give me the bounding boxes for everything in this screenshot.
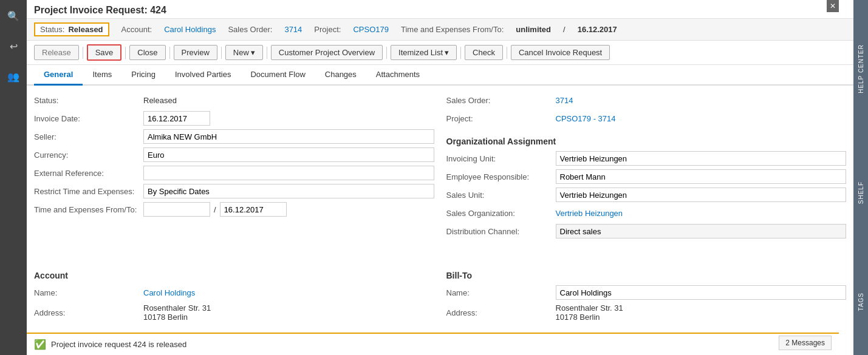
sales-unit-input[interactable] xyxy=(556,188,847,202)
save-button[interactable]: Save xyxy=(87,44,122,61)
account-address-row: Address: Rosenthaler Str. 31 10178 Berli… xyxy=(34,303,434,322)
tab-involved-parties[interactable]: Involved Parties xyxy=(165,65,241,86)
separator-1 xyxy=(83,47,83,59)
tab-general[interactable]: General xyxy=(34,65,83,86)
restrict-time-input[interactable] xyxy=(143,184,434,198)
tab-changes[interactable]: Changes xyxy=(315,65,366,86)
invoice-date-input[interactable] xyxy=(143,111,210,126)
account-title: Account xyxy=(34,271,434,280)
account-address-value: Rosenthaler Str. 31 10178 Berlin xyxy=(143,303,211,322)
separator-7 xyxy=(460,47,461,59)
invoicing-unit-input[interactable] xyxy=(556,151,847,166)
sales-unit-row: Sales Unit: xyxy=(446,188,847,202)
close-button[interactable]: Close xyxy=(129,45,165,60)
separator-5 xyxy=(267,47,267,59)
time-exp-label: Time and Expenses From/To: xyxy=(401,25,504,34)
status-field-value: Released xyxy=(143,96,434,105)
billto-name-label: Name: xyxy=(446,288,556,297)
time-exp-from: unlimited xyxy=(516,25,551,34)
invoice-date-label: Invoice Date: xyxy=(34,114,143,123)
form-area: Status: Released Invoice Date: Seller: C… xyxy=(27,86,853,355)
cancel-invoice-request-button[interactable]: Cancel Invoice Request xyxy=(511,45,610,60)
project-field-label: Project: xyxy=(446,114,556,123)
release-button[interactable]: Release xyxy=(34,45,79,60)
date-sep: / xyxy=(214,205,216,214)
status-bar: Status: Released Account: Carol Holdings… xyxy=(27,19,853,41)
separator-2 xyxy=(125,47,126,59)
status-value: Released xyxy=(68,25,103,34)
sales-order-label: Sales Order: xyxy=(228,25,272,34)
time-to-input[interactable] xyxy=(220,202,287,217)
project-label: Project: xyxy=(314,25,341,34)
project-row: Project: CPSO179 - 3714 xyxy=(446,111,847,126)
seller-row: Seller: xyxy=(34,129,434,144)
customer-project-overview-button[interactable]: Customer Project Overview xyxy=(271,45,383,60)
separator-6 xyxy=(386,47,387,59)
account-name-value[interactable]: Carol Holdings xyxy=(143,288,195,297)
separator-8 xyxy=(507,47,507,59)
time-from-to-row: Time and Expenses From/To: / xyxy=(34,202,434,217)
separator-4 xyxy=(221,47,222,59)
search-icon[interactable]: 🔍 xyxy=(4,6,23,25)
preview-button[interactable]: Preview xyxy=(174,45,217,60)
billto-address-label: Address: xyxy=(446,308,556,317)
sales-org-label: Sales Organization: xyxy=(446,209,556,218)
shelf-label[interactable]: SHELF xyxy=(858,177,864,209)
status-field-label: Status: xyxy=(34,96,143,105)
invoicing-unit-label: Invoicing Unit: xyxy=(446,154,556,163)
left-fields: Status: Released Invoice Date: Seller: C… xyxy=(34,93,434,265)
restrict-time-label: Restrict Time and Expenses: xyxy=(34,187,143,196)
tab-document-flow[interactable]: Document Flow xyxy=(241,65,315,86)
close-x-button[interactable]: ✕ xyxy=(827,0,839,12)
account-link[interactable]: Carol Holdings xyxy=(164,25,216,34)
success-icon: ✅ xyxy=(34,339,46,350)
right-fields: Sales Order: 3714 Project: CPSO179 - 371… xyxy=(446,93,847,265)
page-title: Project Invoice Request: 424 xyxy=(34,5,166,16)
invoicing-unit-row: Invoicing Unit: xyxy=(446,151,847,166)
itemized-list-button[interactable]: Itemized List ▾ xyxy=(391,45,457,60)
sales-order-field-label: Sales Order: xyxy=(446,96,556,105)
invoice-date-row: Invoice Date: xyxy=(34,111,434,126)
check-button[interactable]: Check xyxy=(465,45,503,60)
time-from-to-label: Time and Expenses From/To: xyxy=(34,205,143,214)
toolbar: Release Save Close Preview New ▾ Custome… xyxy=(27,41,853,65)
seller-input[interactable] xyxy=(143,129,434,144)
time-exp-to: 16.12.2017 xyxy=(578,25,617,34)
status-label: Status: xyxy=(40,25,64,34)
billto-address-row: Address: Rosenthaler Str. 31 10178 Berli… xyxy=(446,303,847,322)
messages-badge[interactable]: 2 Messages xyxy=(779,336,832,350)
project-link[interactable]: CPSO179 xyxy=(353,25,389,34)
tab-items[interactable]: Items xyxy=(83,65,121,86)
main-content: ✕ Project Invoice Request: 424 Status: R… xyxy=(27,0,853,355)
date-range: / xyxy=(143,202,434,217)
account-name-row: Name: Carol Holdings xyxy=(34,285,434,300)
new-button[interactable]: New ▾ xyxy=(225,45,263,60)
external-ref-input[interactable] xyxy=(143,166,434,180)
help-center-label[interactable]: HELP CENTER xyxy=(858,39,864,98)
sales-order-row: Sales Order: 3714 xyxy=(446,93,847,107)
left-sidebar: 🔍 ↩ 👥 xyxy=(0,0,27,355)
users-icon[interactable]: 👥 xyxy=(4,67,23,86)
billto-name-input[interactable] xyxy=(556,285,847,300)
sales-order-link[interactable]: 3714 xyxy=(284,25,302,34)
billto-name-row: Name: xyxy=(446,285,847,300)
currency-row: Currency: xyxy=(34,147,434,162)
employee-resp-input[interactable] xyxy=(556,169,847,184)
employee-resp-label: Employee Responsible: xyxy=(446,172,556,181)
sales-order-field-value[interactable]: 3714 xyxy=(556,96,573,105)
tags-label[interactable]: TAGS xyxy=(858,288,864,316)
tab-pricing[interactable]: Pricing xyxy=(121,65,165,86)
tabs: General Items Pricing Involved Parties D… xyxy=(27,65,853,86)
right-sidebar: HELP CENTER SHELF TAGS xyxy=(853,0,868,355)
time-from-input[interactable] xyxy=(143,202,210,217)
project-field-value[interactable]: CPSO179 - 3714 xyxy=(556,114,616,123)
back-icon[interactable]: ↩ xyxy=(4,36,23,56)
dist-channel-input xyxy=(556,224,847,238)
status-row: Status: Released xyxy=(34,93,434,107)
dist-channel-row: Distribution Channel: xyxy=(446,224,847,238)
bottom-bar: ✅ Project invoice request 424 is release… xyxy=(27,333,839,355)
currency-label: Currency: xyxy=(34,150,143,160)
sales-org-value[interactable]: Vertrieb Heizungen xyxy=(556,209,623,218)
tab-attachments[interactable]: Attachments xyxy=(366,65,429,86)
currency-input[interactable] xyxy=(143,147,434,162)
